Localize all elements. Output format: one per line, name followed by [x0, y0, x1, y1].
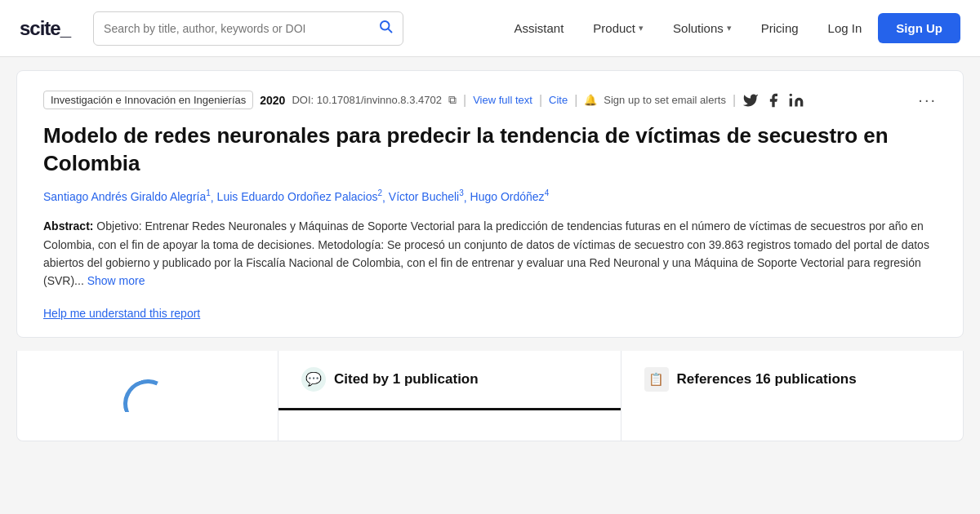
chevron-down-icon: ▾ — [639, 23, 644, 33]
doi-text: DOI: 10.17081/invinno.8.3.4702 — [292, 94, 442, 106]
search-input[interactable] — [104, 22, 378, 35]
nav-links: Assistant Product ▾ Solutions ▾ Pricing … — [501, 13, 960, 43]
twitter-icon[interactable] — [742, 92, 759, 109]
nav-assistant[interactable]: Assistant — [501, 15, 577, 42]
nav-product[interactable]: Product ▾ — [580, 15, 657, 42]
social-icons — [742, 92, 804, 109]
login-button[interactable]: Log In — [815, 15, 875, 42]
author-3[interactable]: Víctor Bucheli3 — [389, 190, 464, 203]
cited-icon: 💬 — [301, 367, 326, 392]
bottom-section: 💬 Cited by 1 publication 📋 References 16… — [16, 351, 964, 441]
svg-point-2 — [790, 93, 792, 95]
loading-arc — [119, 379, 176, 412]
authors-list: Santiago Andrés Giraldo Alegría1, Luis E… — [43, 188, 937, 206]
search-button[interactable] — [378, 19, 393, 38]
references-tab[interactable]: 📋 References 16 publications — [621, 351, 964, 408]
cited-tab[interactable]: 💬 Cited by 1 publication — [278, 351, 621, 410]
bell-icon: 🔔 — [584, 94, 597, 106]
refs-icon: 📋 — [644, 367, 669, 392]
cited-section[interactable]: 💬 Cited by 1 publication — [278, 351, 621, 441]
journal-name: Investigación e Innovación en Ingeniería… — [43, 91, 253, 109]
search-bar[interactable] — [93, 11, 403, 46]
svg-line-1 — [388, 29, 391, 32]
abstract-text: Abstract: Objetivo: Entrenar Redes Neuro… — [43, 217, 937, 290]
alert-text: Sign up to set email alerts — [604, 94, 726, 106]
paper-meta: Investigación e Innovación en Ingeniería… — [43, 91, 937, 109]
author-4[interactable]: Hugo Ordóñez4 — [470, 190, 550, 203]
paper-card: Investigación e Innovación en Ingeniería… — [16, 70, 964, 338]
refs-label: References 16 publications — [677, 371, 857, 388]
show-more-link[interactable]: Show more — [87, 274, 145, 287]
publication-year: 2020 — [260, 94, 285, 107]
site-logo: scite_ — [20, 17, 70, 40]
view-full-text-link[interactable]: View full text — [473, 94, 532, 106]
facebook-icon[interactable] — [765, 92, 782, 109]
navbar: scite_ Assistant Product ▾ Solutions ▾ P… — [0, 0, 980, 57]
loading-area — [17, 351, 278, 441]
linkedin-icon[interactable] — [788, 92, 804, 109]
cited-label: Cited by 1 publication — [334, 371, 479, 388]
copy-icon[interactable]: ⧉ — [448, 93, 457, 107]
references-section[interactable]: 📋 References 16 publications — [621, 351, 964, 441]
signup-button[interactable]: Sign Up — [878, 13, 960, 43]
nav-pricing[interactable]: Pricing — [748, 15, 812, 42]
author-1[interactable]: Santiago Andrés Giraldo Alegría1 — [43, 190, 211, 203]
help-understand-link[interactable]: Help me understand this report — [43, 307, 200, 320]
author-2[interactable]: Luis Eduardo Ordoñez Palacios2 — [217, 190, 382, 203]
chevron-down-icon: ▾ — [727, 23, 732, 33]
nav-solutions[interactable]: Solutions ▾ — [660, 15, 745, 42]
paper-title: Modelo de redes neuronales para predecir… — [43, 122, 937, 178]
more-options-button[interactable]: ··· — [918, 91, 937, 109]
cite-link[interactable]: Cite — [549, 94, 568, 106]
